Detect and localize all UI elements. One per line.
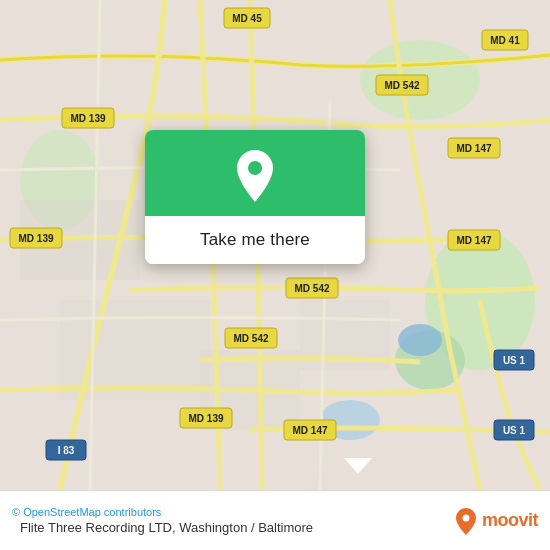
popup-card: Take me there bbox=[145, 130, 365, 264]
svg-text:US 1: US 1 bbox=[503, 355, 526, 366]
moovit-logo: moovit bbox=[454, 507, 538, 535]
svg-text:MD 45: MD 45 bbox=[232, 13, 262, 24]
location-info: Flite Three Recording LTD, Washington / … bbox=[20, 520, 454, 535]
svg-text:MD 147: MD 147 bbox=[292, 425, 327, 436]
svg-text:MD 147: MD 147 bbox=[456, 143, 491, 154]
svg-text:MD 147: MD 147 bbox=[456, 235, 491, 246]
osm-link[interactable]: © OpenStreetMap contributors bbox=[12, 506, 161, 518]
bottom-bar: © OpenStreetMap contributors Flite Three… bbox=[0, 490, 550, 550]
svg-text:MD 542: MD 542 bbox=[294, 283, 329, 294]
svg-text:MD 542: MD 542 bbox=[384, 80, 419, 91]
svg-point-40 bbox=[462, 514, 469, 521]
moovit-text: moovit bbox=[482, 510, 538, 531]
svg-text:MD 139: MD 139 bbox=[188, 413, 223, 424]
svg-text:US 1: US 1 bbox=[503, 425, 526, 436]
popup-arrow bbox=[344, 458, 372, 474]
svg-point-39 bbox=[248, 161, 262, 175]
svg-point-6 bbox=[398, 324, 442, 356]
map-container: MD 45 MD 41 MD 139 MD 542 MD 139 MD 542 … bbox=[0, 0, 550, 490]
popup-green-area bbox=[145, 130, 365, 216]
svg-text:MD 139: MD 139 bbox=[18, 233, 53, 244]
svg-text:I 83: I 83 bbox=[58, 445, 75, 456]
svg-text:MD 542: MD 542 bbox=[233, 333, 268, 344]
moovit-pin-icon bbox=[454, 507, 478, 535]
osm-copyright: © OpenStreetMap contributors bbox=[12, 506, 454, 518]
svg-text:MD 139: MD 139 bbox=[70, 113, 105, 124]
svg-text:MD 41: MD 41 bbox=[490, 35, 520, 46]
take-me-there-button[interactable]: Take me there bbox=[145, 216, 365, 264]
map-pin-icon bbox=[231, 148, 279, 204]
